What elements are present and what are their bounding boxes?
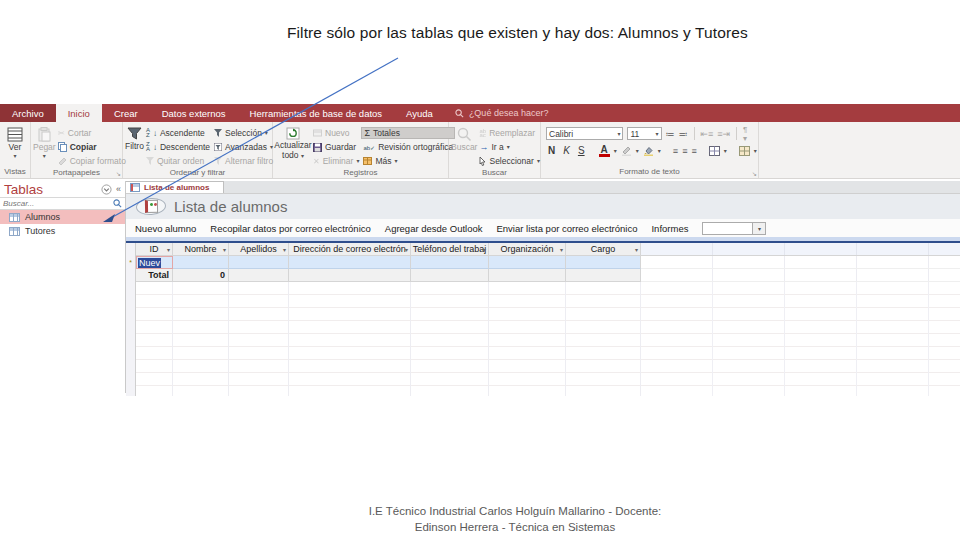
font-size-combo[interactable]: 11 ▾ (627, 127, 661, 140)
filter-button[interactable]: Filtro (125, 124, 144, 152)
chevron-down-icon[interactable]: ▾ (223, 246, 226, 253)
find-button[interactable]: Buscar (451, 124, 477, 153)
font-name-combo[interactable]: Calibri ▾ (546, 127, 623, 140)
nav-search-box[interactable] (0, 197, 125, 210)
new-record-cell[interactable] (489, 256, 566, 269)
remove-sort-button[interactable]: Quitar orden (144, 155, 212, 167)
save-record-button[interactable]: Guardar (311, 141, 361, 153)
toggle-filter-button[interactable]: Alternar filtro (212, 155, 275, 167)
group-label-portapapeles: Portapapeles (33, 167, 120, 178)
delete-record-button[interactable]: ✕ Eliminar ▾ (311, 155, 361, 167)
column-header-organizacion[interactable]: Organización▾ (489, 243, 566, 256)
format-painter-button[interactable]: Copiar formato (56, 155, 128, 167)
chevron-down-icon[interactable]: ▾ (405, 246, 408, 253)
new-record-button[interactable]: Nuevo (311, 127, 361, 139)
font-color-button[interactable]: A (599, 145, 610, 157)
italic-button[interactable]: K (561, 145, 572, 156)
column-header-cargo[interactable]: Cargo▾ (566, 243, 641, 256)
advanced-filter-button[interactable]: Avanzadas ▾ (212, 141, 275, 153)
select-button[interactable]: Seleccionar ▾ (477, 155, 541, 167)
align-left-icon[interactable]: ≡ (673, 146, 678, 156)
new-record-cell[interactable] (229, 256, 289, 269)
selection-filter-button[interactable]: Selección ▾ (212, 127, 275, 139)
column-header-nombre[interactable]: Nombre▾ (173, 243, 229, 256)
shutter-close-icon[interactable]: « (116, 184, 121, 194)
delete-record-label: Eliminar (323, 156, 354, 166)
new-record-cell[interactable] (173, 256, 229, 269)
document-tab-lista-de-alumnos[interactable]: Lista de alumnos (126, 181, 224, 193)
chevron-down-icon[interactable]: ▾ (483, 246, 486, 253)
paste-button[interactable]: Pegar ▾ (33, 124, 56, 158)
sort-descending-button[interactable]: ZA↓ Descendente (144, 141, 212, 153)
numbered-list-icon[interactable]: ≕ (679, 129, 688, 139)
copy-button[interactable]: Copiar (56, 141, 128, 153)
select-label: Seleccionar (489, 156, 533, 166)
more-button[interactable]: Más ▾ (361, 155, 455, 167)
column-header-direccion[interactable]: Dirección de correo electrón▾ (289, 243, 411, 256)
filter-label: Filtro (125, 142, 144, 152)
new-record-id-cell[interactable]: Nuev (136, 256, 173, 269)
text-direction-icon[interactable]: ¶ ▾ (743, 125, 753, 143)
magnifier-icon (457, 127, 472, 142)
new-record-cell[interactable] (289, 256, 411, 269)
refresh-all-button[interactable]: Actualizartodo ▾ (275, 124, 311, 161)
view-label: Ver (9, 143, 22, 153)
totals-button[interactable]: Σ Totales (361, 127, 455, 139)
view-button[interactable]: Ver ▾ (2, 124, 28, 158)
link-recopilar-datos[interactable]: Recopilar datos por correo electrónico (210, 223, 371, 234)
row-selector-header[interactable] (126, 243, 136, 256)
link-nuevo-alumno[interactable]: Nuevo alumno (135, 223, 196, 234)
goto-button[interactable]: → Ir a ▾ (477, 141, 541, 153)
chevron-down-icon[interactable]: ▾ (283, 246, 286, 253)
chevron-down-icon[interactable]: ▾ (167, 246, 170, 253)
nav-menu-icon[interactable] (101, 184, 112, 195)
nav-item-label: Tutores (25, 226, 55, 236)
nav-item-tutores[interactable]: Tutores (0, 224, 125, 238)
chevron-down-icon[interactable]: ▾ (635, 246, 638, 253)
column-header-apellidos[interactable]: Apellidos▾ (229, 243, 289, 256)
ribbon-tab-herramientas[interactable]: Herramientas de base de datos (238, 104, 395, 122)
dialog-launcher-icon[interactable]: ↘ (752, 170, 757, 177)
spell-check-button[interactable]: ab✓ Revisión ortográfica (361, 141, 455, 153)
decrease-indent-icon[interactable]: ⇤≡ (701, 129, 714, 139)
borders-icon[interactable] (739, 146, 750, 156)
informes-combo[interactable]: ▾ (702, 222, 766, 235)
total-row-selector[interactable] (126, 269, 136, 282)
ribbon-tab-crear[interactable]: Crear (102, 104, 150, 122)
replace-button[interactable]: abac Reemplazar (477, 127, 541, 139)
ribbon-tab-datos-externos[interactable]: Datos externos (150, 104, 238, 122)
new-record-cell[interactable] (411, 256, 489, 269)
remove-sort-label: Quitar orden (157, 156, 204, 166)
new-record-row[interactable]: * Nuev (126, 256, 960, 269)
column-header-telefono[interactable]: Teléfono del trabaj▾ (411, 243, 489, 256)
link-informes[interactable]: Informes (651, 223, 688, 234)
bullet-list-icon[interactable]: ≔ (666, 129, 675, 139)
tell-me-search[interactable]: ¿Qué desea hacer? (445, 104, 559, 122)
bold-button[interactable]: N (546, 145, 557, 156)
dialog-launcher-icon[interactable]: ↘ (116, 170, 121, 177)
background-color-icon[interactable] (643, 146, 654, 156)
new-record-selector[interactable]: * (126, 256, 136, 269)
ribbon-tab-archivo[interactable]: Archivo (0, 104, 56, 122)
sort-ascending-button[interactable]: AZ↓ Ascendente (144, 127, 212, 139)
ribbon-tab-ayuda[interactable]: Ayuda (394, 104, 445, 122)
nav-item-alumnos[interactable]: Alumnos (0, 210, 125, 224)
ribbon-tab-inicio[interactable]: Inicio (56, 104, 102, 122)
chevron-down-icon[interactable]: ▾ (560, 246, 563, 253)
nav-search-input[interactable] (3, 199, 113, 208)
format-painter-icon (58, 157, 67, 166)
link-agregar-outlook[interactable]: Agregar desde Outlook (385, 223, 483, 234)
page: Filtre sólo por las tablas que existen y… (0, 0, 960, 542)
cut-button[interactable]: ✂ Cortar (56, 127, 128, 139)
align-center-icon[interactable]: ≡ (682, 146, 687, 156)
link-enviar-lista[interactable]: Enviar lista por correo electrónico (497, 223, 638, 234)
increase-indent-icon[interactable]: ≡⇥ (717, 129, 730, 139)
column-header-id[interactable]: ID▾ (136, 243, 173, 256)
group-buscar: Buscar abac Reemplazar → Ir a ▾ (449, 122, 541, 178)
underline-button[interactable]: S (576, 145, 587, 156)
align-right-icon[interactable]: ≡ (691, 146, 696, 156)
highlight-color-icon[interactable] (621, 146, 632, 156)
gridlines-icon[interactable] (709, 146, 720, 156)
group-formato-texto: Calibri ▾ 11 ▾ ≔ ≕ ⇤≡ ≡⇥ ¶ ▾ N (541, 122, 759, 178)
new-record-cell[interactable] (566, 256, 641, 269)
